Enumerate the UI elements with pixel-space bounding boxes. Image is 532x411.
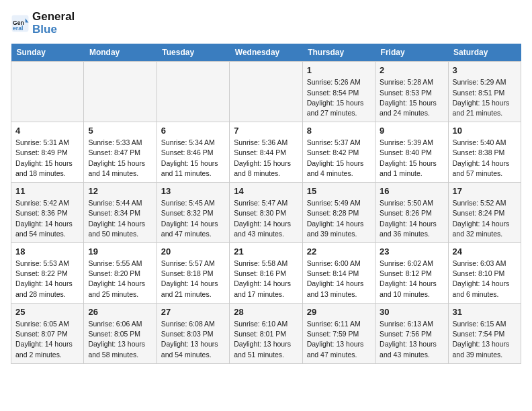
- day-info: Sunrise: 5:55 AM Sunset: 8:20 PM Dayligh…: [88, 259, 152, 300]
- day-info: Sunrise: 5:29 AM Sunset: 8:51 PM Dayligh…: [453, 77, 517, 118]
- column-header-monday: Monday: [84, 44, 157, 62]
- day-info: Sunrise: 5:50 AM Sunset: 8:26 PM Dayligh…: [380, 198, 443, 239]
- day-info: Sunrise: 5:33 AM Sunset: 8:47 PM Dayligh…: [88, 138, 152, 179]
- day-info: Sunrise: 5:34 AM Sunset: 8:46 PM Dayligh…: [161, 138, 225, 179]
- day-number: 11: [15, 186, 79, 196]
- day-number: 26: [88, 307, 152, 317]
- day-info: Sunrise: 6:10 AM Sunset: 8:01 PM Dayligh…: [234, 319, 298, 360]
- calendar-cell: 8Sunrise: 5:37 AM Sunset: 8:42 PM Daylig…: [302, 122, 375, 183]
- calendar-cell: 22Sunrise: 6:00 AM Sunset: 8:14 PM Dayli…: [302, 243, 375, 304]
- logo-icon: Gen eral: [11, 14, 30, 33]
- day-number: 6: [161, 126, 225, 136]
- calendar-cell: 2Sunrise: 5:28 AM Sunset: 8:53 PM Daylig…: [375, 62, 448, 122]
- day-info: Sunrise: 5:45 AM Sunset: 8:32 PM Dayligh…: [161, 198, 225, 239]
- calendar-cell: [157, 62, 229, 122]
- day-info: Sunrise: 6:00 AM Sunset: 8:14 PM Dayligh…: [307, 259, 371, 300]
- day-number: 31: [453, 307, 517, 317]
- column-header-friday: Friday: [375, 44, 448, 62]
- day-info: Sunrise: 5:47 AM Sunset: 8:30 PM Dayligh…: [234, 198, 298, 239]
- calendar-cell: 28Sunrise: 6:10 AM Sunset: 8:01 PM Dayli…: [230, 303, 302, 363]
- day-number: 23: [380, 246, 443, 257]
- day-info: Sunrise: 5:49 AM Sunset: 8:28 PM Dayligh…: [307, 198, 371, 239]
- day-info: Sunrise: 5:28 AM Sunset: 8:53 PM Dayligh…: [380, 77, 443, 118]
- day-number: 21: [234, 246, 298, 257]
- day-number: 8: [307, 126, 371, 136]
- calendar-cell: [84, 62, 157, 122]
- day-number: 17: [453, 186, 517, 196]
- svg-text:eral: eral: [13, 25, 23, 32]
- calendar-cell: 27Sunrise: 6:08 AM Sunset: 8:03 PM Dayli…: [157, 303, 229, 363]
- calendar-cell: 21Sunrise: 5:58 AM Sunset: 8:16 PM Dayli…: [230, 243, 302, 304]
- calendar-cell: 25Sunrise: 6:05 AM Sunset: 8:07 PM Dayli…: [11, 303, 84, 363]
- logo-text: General Blue: [32, 11, 75, 36]
- calendar-header-row: SundayMondayTuesdayWednesdayThursdayFrid…: [11, 44, 521, 62]
- day-number: 2: [380, 65, 443, 75]
- logo: Gen eral General Blue: [11, 11, 75, 36]
- day-number: 25: [15, 307, 79, 317]
- day-number: 4: [15, 126, 79, 136]
- calendar-cell: 11Sunrise: 5:42 AM Sunset: 8:36 PM Dayli…: [11, 183, 84, 243]
- day-number: 16: [380, 186, 443, 196]
- day-info: Sunrise: 6:06 AM Sunset: 8:05 PM Dayligh…: [88, 319, 152, 360]
- day-number: 3: [453, 65, 517, 75]
- calendar-cell: 1Sunrise: 5:26 AM Sunset: 8:54 PM Daylig…: [302, 62, 375, 122]
- day-info: Sunrise: 5:42 AM Sunset: 8:36 PM Dayligh…: [15, 198, 79, 239]
- calendar-week-row: 11Sunrise: 5:42 AM Sunset: 8:36 PM Dayli…: [11, 183, 521, 243]
- day-number: 12: [88, 186, 152, 196]
- page-header: Gen eral General Blue: [11, 11, 521, 36]
- calendar-cell: 12Sunrise: 5:44 AM Sunset: 8:34 PM Dayli…: [84, 183, 157, 243]
- day-info: Sunrise: 6:02 AM Sunset: 8:12 PM Dayligh…: [380, 259, 443, 300]
- day-number: 20: [161, 246, 225, 257]
- day-number: 15: [307, 186, 371, 196]
- calendar-cell: 9Sunrise: 5:39 AM Sunset: 8:40 PM Daylig…: [375, 122, 448, 183]
- calendar-cell: 29Sunrise: 6:11 AM Sunset: 7:59 PM Dayli…: [302, 303, 375, 363]
- day-info: Sunrise: 5:40 AM Sunset: 8:38 PM Dayligh…: [453, 138, 517, 179]
- day-number: 7: [234, 126, 298, 136]
- calendar-cell: 3Sunrise: 5:29 AM Sunset: 8:51 PM Daylig…: [448, 62, 521, 122]
- calendar-cell: 7Sunrise: 5:36 AM Sunset: 8:44 PM Daylig…: [230, 122, 302, 183]
- calendar-cell: 30Sunrise: 6:13 AM Sunset: 7:56 PM Dayli…: [375, 303, 448, 363]
- calendar-week-row: 4Sunrise: 5:31 AM Sunset: 8:49 PM Daylig…: [11, 122, 521, 183]
- day-info: Sunrise: 5:26 AM Sunset: 8:54 PM Dayligh…: [307, 77, 371, 118]
- day-info: Sunrise: 6:08 AM Sunset: 8:03 PM Dayligh…: [161, 319, 225, 360]
- day-info: Sunrise: 5:44 AM Sunset: 8:34 PM Dayligh…: [88, 198, 152, 239]
- calendar-cell: 10Sunrise: 5:40 AM Sunset: 8:38 PM Dayli…: [448, 122, 521, 183]
- day-number: 18: [15, 246, 79, 257]
- day-info: Sunrise: 5:52 AM Sunset: 8:24 PM Dayligh…: [453, 198, 517, 239]
- calendar-cell: [230, 62, 302, 122]
- calendar-cell: 17Sunrise: 5:52 AM Sunset: 8:24 PM Dayli…: [448, 183, 521, 243]
- day-number: 30: [380, 307, 443, 317]
- day-info: Sunrise: 6:13 AM Sunset: 7:56 PM Dayligh…: [380, 319, 443, 360]
- day-info: Sunrise: 5:58 AM Sunset: 8:16 PM Dayligh…: [234, 259, 298, 300]
- day-number: 14: [234, 186, 298, 196]
- calendar-cell: 5Sunrise: 5:33 AM Sunset: 8:47 PM Daylig…: [84, 122, 157, 183]
- day-info: Sunrise: 6:03 AM Sunset: 8:10 PM Dayligh…: [453, 259, 517, 300]
- column-header-wednesday: Wednesday: [230, 44, 302, 62]
- day-number: 22: [307, 246, 371, 257]
- day-number: 29: [307, 307, 371, 317]
- calendar-cell: 20Sunrise: 5:57 AM Sunset: 8:18 PM Dayli…: [157, 243, 229, 304]
- day-number: 10: [453, 126, 517, 136]
- day-number: 28: [234, 307, 298, 317]
- day-info: Sunrise: 5:31 AM Sunset: 8:49 PM Dayligh…: [15, 138, 79, 179]
- day-info: Sunrise: 5:57 AM Sunset: 8:18 PM Dayligh…: [161, 259, 225, 300]
- day-number: 5: [88, 126, 152, 136]
- day-info: Sunrise: 5:36 AM Sunset: 8:44 PM Dayligh…: [234, 138, 298, 179]
- column-header-saturday: Saturday: [448, 44, 521, 62]
- calendar-table: SundayMondayTuesdayWednesdayThursdayFrid…: [11, 44, 521, 363]
- column-header-tuesday: Tuesday: [157, 44, 229, 62]
- calendar-cell: 4Sunrise: 5:31 AM Sunset: 8:49 PM Daylig…: [11, 122, 84, 183]
- calendar-week-row: 18Sunrise: 5:53 AM Sunset: 8:22 PM Dayli…: [11, 243, 521, 304]
- day-info: Sunrise: 6:15 AM Sunset: 7:54 PM Dayligh…: [453, 319, 517, 360]
- calendar-cell: 24Sunrise: 6:03 AM Sunset: 8:10 PM Dayli…: [448, 243, 521, 304]
- calendar-week-row: 25Sunrise: 6:05 AM Sunset: 8:07 PM Dayli…: [11, 303, 521, 363]
- calendar-cell: 18Sunrise: 5:53 AM Sunset: 8:22 PM Dayli…: [11, 243, 84, 304]
- calendar-cell: 16Sunrise: 5:50 AM Sunset: 8:26 PM Dayli…: [375, 183, 448, 243]
- day-info: Sunrise: 5:39 AM Sunset: 8:40 PM Dayligh…: [380, 138, 443, 179]
- day-number: 13: [161, 186, 225, 196]
- calendar-cell: 6Sunrise: 5:34 AM Sunset: 8:46 PM Daylig…: [157, 122, 229, 183]
- calendar-cell: 14Sunrise: 5:47 AM Sunset: 8:30 PM Dayli…: [230, 183, 302, 243]
- calendar-cell: [11, 62, 84, 122]
- calendar-cell: 15Sunrise: 5:49 AM Sunset: 8:28 PM Dayli…: [302, 183, 375, 243]
- calendar-cell: 23Sunrise: 6:02 AM Sunset: 8:12 PM Dayli…: [375, 243, 448, 304]
